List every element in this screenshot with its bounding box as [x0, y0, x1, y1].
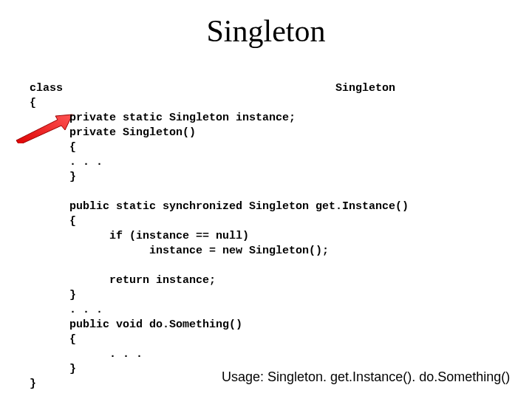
code-line: private static Singleton instance; [30, 112, 296, 124]
code-line: } [30, 289, 76, 301]
code-line: { [30, 97, 36, 109]
code-line: . . . [30, 304, 103, 316]
code-line: } [30, 378, 36, 390]
usage-text: Usage: Singleton. get.Instance(). do.Som… [222, 369, 532, 385]
code-line: public static synchronized Singleton get… [30, 200, 409, 213]
code-line: . . . [30, 348, 143, 361]
slide-title: Singleton [0, 13, 532, 49]
code-line: } [30, 171, 76, 183]
code-line: return instance; [30, 274, 216, 287]
code-line: } [30, 363, 76, 375]
code-line: if (instance == null) [30, 230, 249, 242]
code-line: private Singleton() [30, 126, 196, 139]
code-line: { [30, 333, 76, 346]
code-line: . . . [30, 156, 103, 168]
code-line: { [30, 141, 76, 154]
code-line: { [30, 215, 76, 228]
code-line: instance = new Singleton(); [30, 245, 329, 257]
code-line: class Singleton [30, 82, 395, 95]
code-line: public void do.Something() [30, 318, 242, 331]
slide: Singleton class Singleton { private stat… [0, 0, 532, 399]
code-block: class Singleton { private static Singlet… [30, 66, 510, 392]
